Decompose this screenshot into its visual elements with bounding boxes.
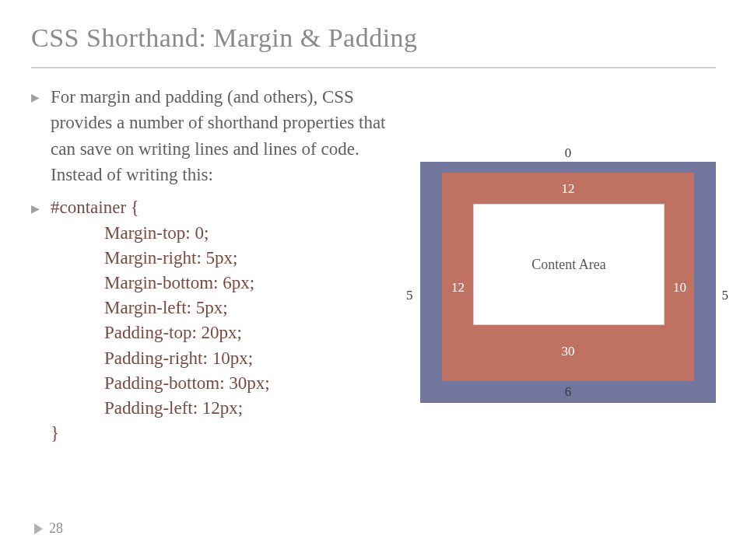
padding-bottom-value: 30 — [562, 345, 575, 358]
intro-text: For margin and padding (and others), CSS… — [51, 84, 405, 187]
code-line: Padding-bottom: 30px; — [104, 373, 270, 393]
bullet-icon: ▶ — [31, 90, 40, 187]
code-line: Margin-right: 5px; — [104, 248, 237, 268]
content-region: Content Area — [473, 204, 665, 325]
page-number: 28 — [49, 520, 63, 537]
code-bullet: ▶ #container { Margin-top: 0; Margin-rig… — [31, 195, 405, 446]
slide: CSS Shorthand: Margin & Padding ▶ For ma… — [0, 0, 747, 453]
code-line: Padding-right: 10px; — [104, 348, 253, 368]
code-line: Margin-left: 5px; — [104, 298, 228, 317]
code-open: #container { — [51, 198, 139, 217]
margin-right-value: 5 — [722, 288, 729, 301]
padding-right-value: 10 — [673, 281, 686, 294]
code-block: #container { Margin-top: 0; Margin-right… — [51, 195, 270, 446]
intro-bullet: ▶ For margin and padding (and others), C… — [31, 84, 405, 187]
text-column: ▶ For margin and padding (and others), C… — [31, 84, 405, 453]
box-model-diagram: 0 5 6 5 12 10 30 12 Content Area — [420, 84, 716, 453]
margin-top-value: 0 — [565, 146, 572, 159]
code-line: Padding-top: 20px; — [104, 323, 242, 342]
title-divider — [31, 67, 716, 68]
margin-region: 0 5 6 5 12 10 30 12 Content Area — [420, 162, 716, 403]
padding-left-value: 12 — [451, 281, 465, 294]
page-footer: 28 — [34, 520, 63, 537]
bullet-icon: ▶ — [31, 201, 40, 446]
padding-top-value: 12 — [562, 182, 575, 195]
content-row: ▶ For margin and padding (and others), C… — [31, 84, 716, 453]
margin-left-value: 5 — [406, 288, 413, 301]
code-close: } — [51, 423, 59, 443]
padding-region: 12 10 30 12 Content Area — [442, 173, 694, 381]
code-line: Margin-top: 0; — [104, 223, 209, 243]
content-area-label: Content Area — [531, 257, 605, 273]
code-line: Margin-bottom: 6px; — [104, 273, 254, 292]
slide-title: CSS Shorthand: Margin & Padding — [31, 23, 716, 53]
code-line: Padding-left: 12px; — [104, 398, 243, 418]
margin-bottom-value: 6 — [565, 385, 572, 398]
arrow-right-icon — [34, 523, 43, 534]
